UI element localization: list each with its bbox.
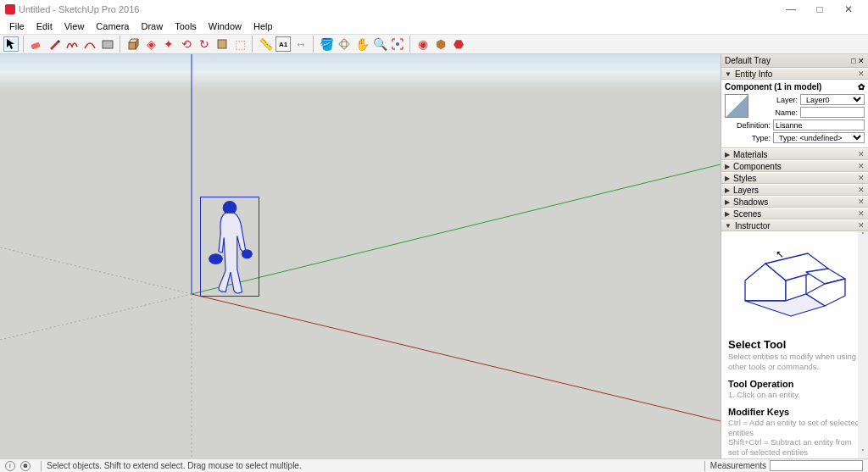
window-minimize-button[interactable]: —	[776, 0, 805, 19]
instructor-scrollbar[interactable]: ˄ ˅	[858, 231, 868, 458]
svg-point-14	[209, 254, 223, 264]
toolbar-separator	[252, 36, 253, 53]
material-swatch-icon[interactable]	[725, 94, 748, 118]
toolbar-separator	[23, 36, 25, 53]
panel-label: Components	[733, 162, 782, 171]
toolbar-separator	[409, 36, 411, 53]
rect2-tool-icon[interactable]	[214, 36, 230, 52]
zoom-ext-tool-icon[interactable]	[390, 36, 405, 52]
status-info-icon[interactable]: i	[5, 461, 15, 471]
3d-viewport[interactable]	[0, 54, 721, 458]
layer-label: Layer:	[752, 96, 798, 104]
window-close-button[interactable]: ✕	[834, 0, 863, 19]
type-select[interactable]: Type: <undefined>	[773, 132, 865, 143]
definition-input[interactable]	[773, 119, 865, 130]
menu-help[interactable]: Help	[248, 21, 279, 31]
arc-tool-icon[interactable]	[82, 36, 97, 52]
window-title: Untitled - SketchUp Pro 2016	[19, 4, 139, 14]
red-tool-d-icon[interactable]: ◉	[415, 36, 431, 52]
panel-close-icon[interactable]: ✕	[858, 150, 865, 158]
titlebar: Untitled - SketchUp Pro 2016 — □ ✕	[0, 0, 868, 19]
status-person-icon[interactable]: ☻	[20, 461, 31, 471]
paint-tool-icon[interactable]: 🪣	[319, 36, 334, 52]
menu-tools[interactable]: Tools	[169, 21, 203, 31]
scroll-up-icon[interactable]: ˄	[858, 231, 868, 242]
red-tool-b-icon[interactable]: ✦	[161, 36, 176, 52]
freehand-tool-icon[interactable]	[64, 36, 80, 52]
select-tool-icon[interactable]	[3, 36, 19, 52]
follow-tool-icon[interactable]: ⬚	[232, 36, 248, 52]
svg-line-9	[192, 164, 721, 294]
red-tool-a-icon[interactable]: ◈	[143, 36, 159, 52]
panel-close-icon[interactable]: ✕	[858, 197, 865, 206]
app-logo-icon	[5, 4, 15, 14]
instructor-title: Select Tool	[728, 338, 861, 351]
red-tool-e-icon[interactable]: ⬢	[433, 36, 448, 52]
status-hint: Select objects. Shift to extend select. …	[47, 461, 302, 470]
dim-tool-icon[interactable]: ↔	[293, 36, 309, 52]
window-maximize-button[interactable]: □	[805, 0, 834, 19]
eraser-tool-icon[interactable]	[29, 36, 44, 52]
menu-file[interactable]: File	[3, 21, 31, 31]
red-tool-c-icon[interactable]: ⟲	[179, 36, 194, 52]
svg-rect-2	[129, 42, 136, 49]
panel-close-icon[interactable]: ✕	[858, 162, 865, 170]
measurements-input[interactable]	[770, 460, 863, 471]
status-divider	[704, 461, 705, 471]
menu-window[interactable]: Window	[203, 21, 248, 31]
menu-camera[interactable]: Camera	[90, 21, 135, 31]
axes-overlay	[0, 54, 721, 458]
svg-line-12	[0, 247, 192, 294]
panel-close-icon[interactable]: ✕	[858, 174, 865, 182]
pushpull-tool-icon[interactable]	[125, 36, 141, 52]
instructor-subtitle: Select entities to modify when using oth…	[728, 352, 861, 372]
pencil-tool-icon[interactable]	[47, 36, 62, 52]
name-input[interactable]	[800, 107, 865, 118]
panel-close-icon[interactable]: ✕	[858, 69, 865, 78]
panel-header-styles[interactable]: ▶Styles✕	[721, 172, 868, 184]
red-tool-f-icon[interactable]: ⬣	[451, 36, 466, 52]
scroll-down-icon[interactable]: ˅	[858, 448, 868, 458]
panel-label: Instructor	[735, 221, 771, 230]
panel-header-layers[interactable]: ▶Layers✕	[721, 184, 868, 196]
instructor-op-item: 1. Click on an entity.	[728, 390, 861, 400]
pan-tool-icon[interactable]: ✋	[354, 36, 370, 52]
panel-header-instructor[interactable]: ▼Instructor✕	[721, 219, 868, 231]
orbit-tool-icon[interactable]	[337, 36, 352, 52]
text-tool-icon[interactable]: A1	[275, 36, 291, 52]
panel-close-icon[interactable]: ✕	[858, 186, 865, 194]
cursor-arrow-icon: ↖	[776, 248, 784, 260]
panel-close-icon[interactable]: ✕	[858, 221, 865, 230]
svg-rect-1	[103, 41, 113, 48]
panel-label: Styles	[733, 174, 756, 183]
panel-header-materials[interactable]: ▶Materials✕	[721, 148, 868, 160]
tape-tool-icon[interactable]: 📏	[258, 36, 273, 52]
definition-label: Definition:	[725, 121, 771, 130]
zoom-tool-icon[interactable]: 🔍	[372, 36, 387, 52]
panel-header-entity-info[interactable]: ▼ Entity Info ✕	[721, 68, 868, 80]
menu-edit[interactable]: Edit	[31, 21, 58, 31]
measurements-label: Measurements	[710, 461, 766, 470]
toolbar-separator	[313, 36, 314, 53]
expand-arrow-icon: ▶	[725, 151, 730, 158]
entity-menu-icon[interactable]: ✿	[858, 82, 865, 92]
menu-draw[interactable]: Draw	[135, 21, 169, 31]
status-bar: i ☻ Select objects. Shift to extend sele…	[0, 458, 868, 472]
selected-component-bbox[interactable]	[200, 197, 259, 297]
layer-select[interactable]: Layer0	[800, 94, 865, 105]
expand-arrow-icon: ▶	[725, 198, 730, 206]
expand-arrow-icon: ▶	[725, 210, 730, 218]
rect-tool-icon[interactable]	[100, 36, 115, 52]
panel-close-icon[interactable]: ✕	[858, 209, 865, 218]
tray-pin-icon[interactable]: □ ✕	[851, 57, 865, 65]
svg-point-5	[342, 39, 347, 49]
svg-point-6	[396, 42, 399, 46]
svg-line-10	[0, 294, 192, 340]
tray-titlebar[interactable]: Default Tray □ ✕	[721, 54, 868, 68]
expand-arrow-icon: ▶	[725, 186, 730, 194]
panel-header-shadows[interactable]: ▶Shadows✕	[721, 196, 868, 208]
panel-header-scenes[interactable]: ▶Scenes✕	[721, 208, 868, 219]
menu-view[interactable]: View	[58, 21, 91, 31]
rotate-tool-icon[interactable]: ↻	[197, 36, 212, 52]
panel-header-components[interactable]: ▶Components✕	[721, 160, 868, 172]
